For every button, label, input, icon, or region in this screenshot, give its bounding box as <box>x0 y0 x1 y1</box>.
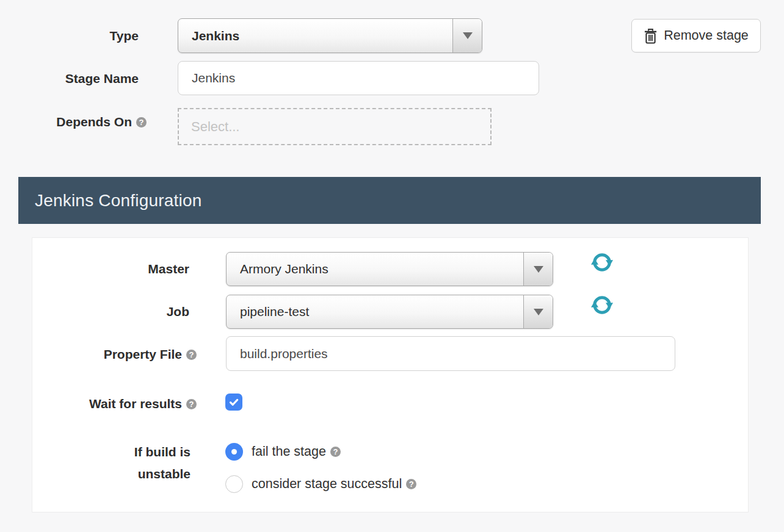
stage-name-input[interactable]: Jenkins <box>178 61 539 95</box>
property-file-value: build.properties <box>240 347 328 361</box>
property-file-label: Property File? <box>0 346 197 363</box>
master-select[interactable]: Armory Jenkins <box>226 252 553 286</box>
jenkins-stage-config-screen: Type Jenkins Remove stage Stage Name Jen… <box>0 0 784 532</box>
help-icon[interactable]: ? <box>406 479 416 489</box>
help-icon[interactable]: ? <box>186 399 197 409</box>
master-select-value: Armory Jenkins <box>227 262 328 276</box>
radio-consider-stage-successful-label[interactable]: consider stage successful? <box>252 475 416 492</box>
depends-on-placeholder: Select... <box>191 119 239 135</box>
radio-consider-stage-successful[interactable] <box>225 475 243 493</box>
type-select-value: Jenkins <box>178 29 239 43</box>
wait-for-results-label: Wait for results? <box>0 395 197 412</box>
job-label: Job <box>0 303 189 320</box>
help-icon[interactable]: ? <box>186 350 197 360</box>
section-title: Jenkins Configuration <box>35 191 201 210</box>
wait-for-results-checkbox[interactable] <box>225 394 242 411</box>
refresh-jobs-icon[interactable] <box>591 294 613 316</box>
property-file-input[interactable]: build.properties <box>226 336 675 371</box>
remove-stage-button[interactable]: Remove stage <box>631 19 761 52</box>
trash-icon <box>644 28 658 44</box>
radio-fail-the-stage-label[interactable]: fail the stage? <box>252 443 341 460</box>
chevron-down-icon <box>523 253 553 286</box>
radio-fail-the-stage[interactable] <box>225 443 243 461</box>
job-select-value: pipeline-test <box>227 304 309 319</box>
stage-name-label: Stage Name <box>0 70 139 87</box>
type-select[interactable]: Jenkins <box>178 18 482 53</box>
stage-name-value: Jenkins <box>192 71 235 85</box>
depends-on-select[interactable]: Select... <box>178 108 492 145</box>
master-label: Master <box>0 261 189 278</box>
refresh-masters-icon[interactable] <box>591 251 613 273</box>
if-build-unstable-label: If build is unstable <box>0 441 191 485</box>
section-header: Jenkins Configuration <box>18 177 761 224</box>
remove-stage-label: Remove stage <box>664 28 749 43</box>
help-icon[interactable]: ? <box>330 447 341 457</box>
type-label: Type <box>0 27 139 45</box>
chevron-down-icon <box>452 19 482 52</box>
chevron-down-icon <box>523 295 553 328</box>
help-icon[interactable]: ? <box>136 117 147 128</box>
depends-on-label: Depends On? <box>0 113 147 131</box>
job-select[interactable]: pipeline-test <box>226 295 553 329</box>
